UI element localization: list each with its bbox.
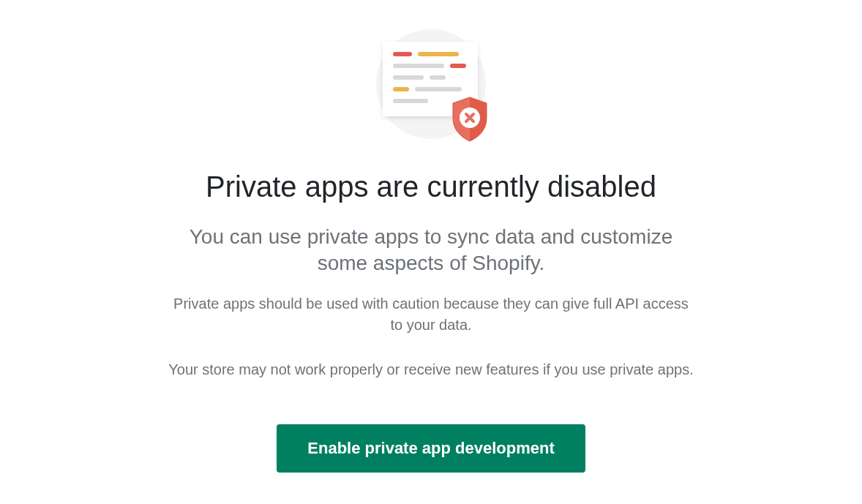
enable-private-apps-button[interactable]: Enable private app development bbox=[277, 424, 585, 473]
page-subheading: You can use private apps to sync data an… bbox=[168, 224, 694, 277]
page-heading: Private apps are currently disabled bbox=[206, 170, 656, 203]
caution-text: Private apps should be used with caution… bbox=[168, 293, 694, 336]
warning-text: Your store may not work properly or rece… bbox=[168, 359, 693, 380]
document-shield-illustration bbox=[372, 26, 490, 143]
shield-x-icon bbox=[449, 96, 491, 143]
